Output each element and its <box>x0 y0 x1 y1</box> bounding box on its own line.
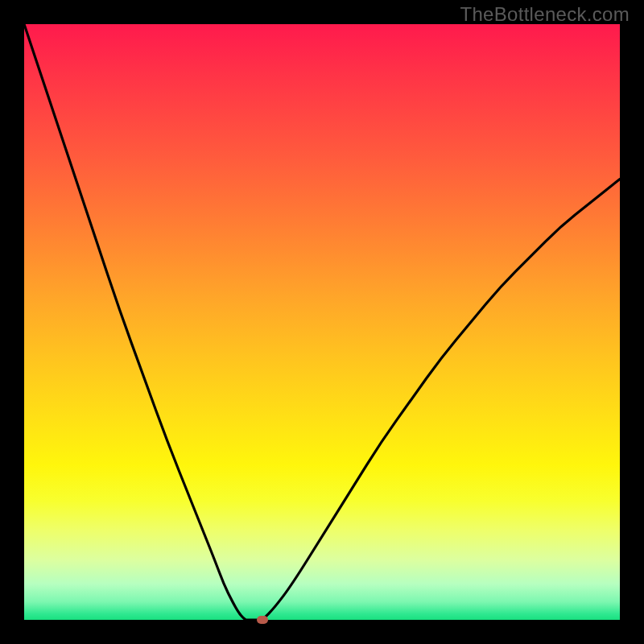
chart-frame: TheBottleneck.com <box>0 0 644 644</box>
curve-path <box>24 24 620 620</box>
watermark-text: TheBottleneck.com <box>460 3 630 26</box>
minimum-marker <box>257 616 268 624</box>
bottleneck-curve <box>24 24 620 620</box>
plot-area <box>24 24 620 620</box>
